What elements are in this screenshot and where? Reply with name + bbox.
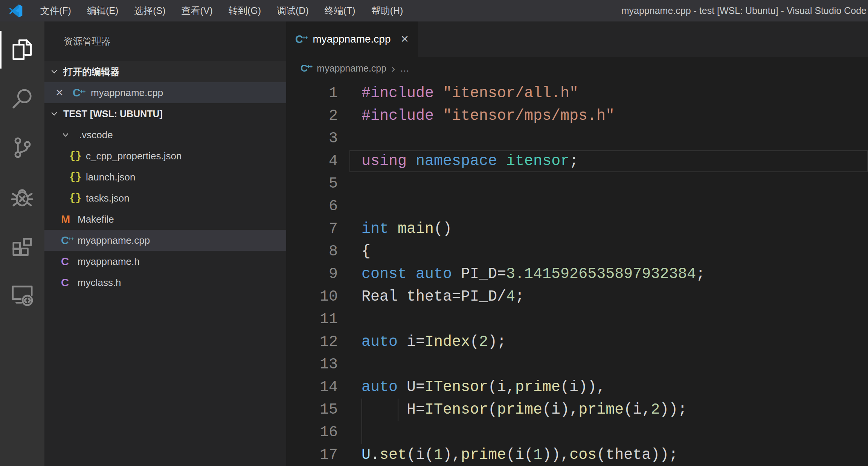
tree-item-label: myappname.h [78,256,140,267]
menu-item[interactable]: 转到(G) [221,0,269,21]
code-text [338,353,362,376]
window-title: myappname.cpp - test [WSL: Ubuntu] - Vis… [621,0,866,21]
code-line-11[interactable]: 11 [286,308,868,331]
tree-item-Makefile[interactable]: MMakefile [44,209,286,230]
indent-guide [362,421,362,444]
line-number: 10 [286,286,338,308]
code-text: using namespace itensor; [338,150,578,173]
code-line-4[interactable]: 4using namespace itensor; [286,150,868,173]
tree-item-label: tasks.json [86,193,130,204]
title-bar: 文件(F)编辑(E)选择(S)查看(V)转到(G)调试(D)终端(T)帮助(H)… [0,0,868,21]
source-control-icon[interactable] [0,123,44,172]
code-line-13[interactable]: 13 [286,353,868,376]
code-text: Real theta=PI_D/4; [338,286,524,308]
tree-item-myappname.cpp[interactable]: C++myappname.cpp [44,230,286,251]
line-number: 8 [286,240,338,263]
menu-item[interactable]: 文件(F) [32,0,79,21]
code-line-2[interactable]: 2#include "itensor/mps/mps.h" [286,105,868,127]
code-text: U.set(i(1),prime(i(1)),cos(theta)); [338,444,678,466]
line-number: 9 [286,263,338,286]
code-line-7[interactable]: 7int main() [286,218,868,240]
code-line-14[interactable]: 14auto U=ITensor(i,prime(i)), [286,376,868,399]
debug-icon[interactable] [0,172,44,221]
breadcrumb-file[interactable]: myappname.cpp [317,63,386,74]
tree-item-tasks.json[interactable]: {}tasks.json [44,188,286,209]
code-text: int main() [338,218,452,240]
chevron-down-icon [50,67,59,76]
open-editor-label: myappname.cpp [91,87,163,99]
line-number: 14 [286,376,338,399]
tree-item-label: myclass.h [78,277,121,289]
indent-guide [398,399,398,421]
file-tree: .vscode{}c_cpp_properties.json{}launch.j… [44,124,286,466]
code-line-3[interactable]: 3 [286,127,868,150]
code-line-10[interactable]: 10Real theta=PI_D/4; [286,286,868,308]
code-line-17[interactable]: 17U.set(i(1),prime(i(1)),cos(theta)); [286,444,868,466]
indent-guide [362,399,362,421]
chevron-down-icon [61,130,70,139]
breadcrumb-more[interactable]: … [400,63,409,74]
chevron-down-icon [50,109,59,118]
line-number: 3 [286,127,338,150]
code-text: H=ITensor(prime(i),prime(i,2)); [338,399,687,421]
workspace-section-header[interactable]: TEST [WSL: UBUNTU] [44,103,286,124]
code-text [338,195,362,218]
tree-item-myappname.h[interactable]: Cmyappname.h [44,251,286,272]
line-number: 6 [286,195,338,218]
line-number: 2 [286,105,338,127]
line-number: 7 [286,218,338,240]
code-line-6[interactable]: 6 [286,195,868,218]
open-editors-section-header[interactable]: 打开的编辑器 [44,61,286,82]
line-number: 4 [286,150,338,173]
code-line-9[interactable]: 9const auto PI_D=3.1415926535897932384; [286,263,868,286]
code-text: auto i=Index(2); [338,331,506,353]
tab-myappname-cpp[interactable]: C++ myappname.cpp ✕ [286,21,418,57]
tree-item-launch.json[interactable]: {}launch.json [44,167,286,188]
menu-item[interactable]: 调试(D) [269,0,317,21]
tree-item-c_cpp_properties.json[interactable]: {}c_cpp_properties.json [44,145,286,167]
tree-item-label: myappname.cpp [78,235,150,246]
tree-item-label: launch.json [86,171,136,183]
search-icon[interactable] [0,74,44,123]
main-area: 资源管理器 打开的编辑器 ✕C++myappname.cpp TEST [WSL… [0,21,868,466]
code-line-5[interactable]: 5 [286,173,868,195]
open-editors-list: ✕C++myappname.cpp [44,82,286,103]
tree-item-label: Makefile [78,214,114,225]
open-editor-item[interactable]: ✕C++myappname.cpp [44,82,286,103]
line-number: 11 [286,308,338,331]
menu-item[interactable]: 终端(T) [317,0,363,21]
code-line-15[interactable]: 15 H=ITensor(prime(i),prime(i,2)); [286,399,868,421]
tab-close-icon[interactable]: ✕ [401,33,409,45]
line-number: 1 [286,82,338,105]
activity-bar [0,21,44,466]
menu-item[interactable]: 选择(S) [126,0,173,21]
menu-item[interactable]: 帮助(H) [363,0,411,21]
code-text: { [338,240,371,263]
code-line-16[interactable]: 16 [286,421,868,444]
tree-item-myclass.h[interactable]: Cmyclass.h [44,272,286,293]
breadcrumb-separator-icon: › [391,62,395,75]
code-line-12[interactable]: 12auto i=Index(2); [286,331,868,353]
line-number: 17 [286,444,338,466]
code-area[interactable]: 1#include "itensor/all.h"2#include "iten… [286,80,868,466]
close-icon[interactable]: ✕ [55,87,67,99]
vscode-logo-icon [9,4,23,18]
code-text: #include "itensor/mps/mps.h" [338,105,615,127]
menu-item[interactable]: 编辑(E) [79,0,126,21]
explorer-icon[interactable] [0,25,44,74]
explorer-sidebar: 资源管理器 打开的编辑器 ✕C++myappname.cpp TEST [WSL… [44,21,286,466]
c-header-file-icon: C [61,277,75,289]
code-text [338,308,362,331]
code-text: #include "itensor/all.h" [338,82,578,105]
tree-item-.vscode[interactable]: .vscode [44,124,286,145]
tab-bar: C++ myappname.cpp ✕ [286,21,868,57]
vscode-window: 文件(F)编辑(E)选择(S)查看(V)转到(G)调试(D)终端(T)帮助(H)… [0,0,868,466]
cpp-file-icon: C++ [301,63,312,74]
code-line-8[interactable]: 8{ [286,240,868,263]
code-text [338,127,362,150]
extensions-icon[interactable] [0,221,44,270]
code-line-1[interactable]: 1#include "itensor/all.h" [286,82,868,105]
editor-group: C++ myappname.cpp ✕ C++ myappname.cpp › … [286,21,868,466]
remote-explorer-icon[interactable] [0,270,44,319]
menu-item[interactable]: 查看(V) [174,0,221,21]
